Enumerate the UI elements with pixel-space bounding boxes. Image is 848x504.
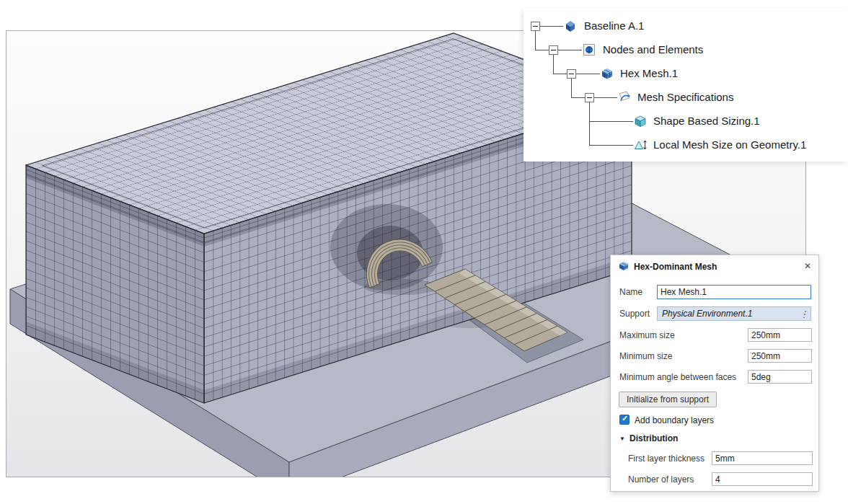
minimum-size-input[interactable]	[748, 349, 812, 363]
baseline-icon[interactable]	[563, 19, 578, 33]
tree-item-local-mesh-size[interactable]: Local Mesh Size on Geometry.1	[653, 138, 806, 151]
name-input[interactable]	[657, 285, 811, 299]
distribution-section-label: Distribution	[630, 433, 678, 443]
tree-connector	[553, 54, 554, 74]
tree-item-mesh-specifications[interactable]: Mesh Specifications	[637, 91, 733, 104]
tree-connector	[553, 74, 567, 74]
application-window: Baseline A.1 Nodes and Elements Hex Mesh…	[0, 0, 848, 504]
tree-item-hex-mesh[interactable]: Hex Mesh.1	[620, 67, 678, 80]
tree-expander-nodes-and-elements[interactable]	[549, 45, 558, 55]
local-mesh-size-icon[interactable]	[633, 138, 648, 152]
minimum-size-label: Minimum size	[619, 349, 672, 363]
nodes-and-elements-icon[interactable]	[582, 43, 596, 57]
tree-connector	[589, 121, 633, 122]
add-boundary-layers-label: Add boundary layers	[635, 413, 714, 428]
hex-mesh-dialog-icon	[618, 260, 630, 272]
hex-dominant-mesh-dialog: Hex-Dominant Mesh Name Support Physical …	[610, 255, 819, 492]
tree-item-nodes-and-elements[interactable]: Nodes and Elements	[603, 43, 703, 56]
tree-connector	[571, 97, 585, 98]
mesh-specifications-icon[interactable]	[617, 90, 632, 105]
tree-connector	[540, 26, 563, 27]
feature-tree-panel: Baseline A.1 Nodes and Elements Hex Mesh…	[524, 9, 848, 162]
hex-mesh-icon[interactable]	[600, 66, 614, 81]
tree-connector	[571, 78, 572, 97]
options-dots-icon[interactable]	[800, 308, 808, 321]
dialog-title: Hex-Dominant Mesh	[634, 262, 717, 272]
maximum-size-label: Maximum size	[619, 328, 675, 342]
tree-expander-baseline[interactable]	[531, 22, 540, 31]
minimum-angle-label: Minimum angle between faces	[619, 370, 736, 384]
tree-connector	[535, 50, 549, 50]
name-label: Name	[619, 285, 642, 299]
number-of-layers-input[interactable]	[712, 472, 813, 486]
close-icon[interactable]	[801, 260, 814, 273]
tree-item-baseline[interactable]: Baseline A.1	[584, 19, 644, 32]
initialize-from-support-button[interactable]: Initialize from support	[619, 392, 717, 407]
tree-connector	[589, 102, 590, 145]
tree-connector	[558, 50, 582, 50]
tree-item-shape-based-sizing[interactable]: Shape Based Sizing.1	[653, 115, 760, 128]
first-layer-thickness-input[interactable]	[712, 451, 813, 465]
first-layer-thickness-label: First layer thickness	[628, 451, 705, 466]
tree-connector	[589, 145, 633, 146]
minimum-angle-input[interactable]	[748, 370, 812, 384]
tree-connector	[576, 74, 600, 74]
support-field[interactable]: Physical Environment.1	[657, 306, 811, 321]
distribution-collapse-icon[interactable]	[619, 435, 625, 443]
tree-connector	[535, 30, 536, 50]
support-value: Physical Environment.1	[662, 309, 752, 319]
tree-expander-hex-mesh[interactable]	[567, 69, 576, 79]
number-of-layers-label: Number of layers	[628, 472, 694, 487]
maximum-size-input[interactable]	[748, 328, 812, 342]
add-boundary-layers-checkbox[interactable]	[619, 415, 630, 425]
support-label: Support	[619, 306, 650, 321]
tree-connector	[594, 97, 617, 98]
tree-expander-mesh-specifications[interactable]	[585, 93, 594, 102]
shape-based-sizing-icon[interactable]	[633, 114, 648, 128]
